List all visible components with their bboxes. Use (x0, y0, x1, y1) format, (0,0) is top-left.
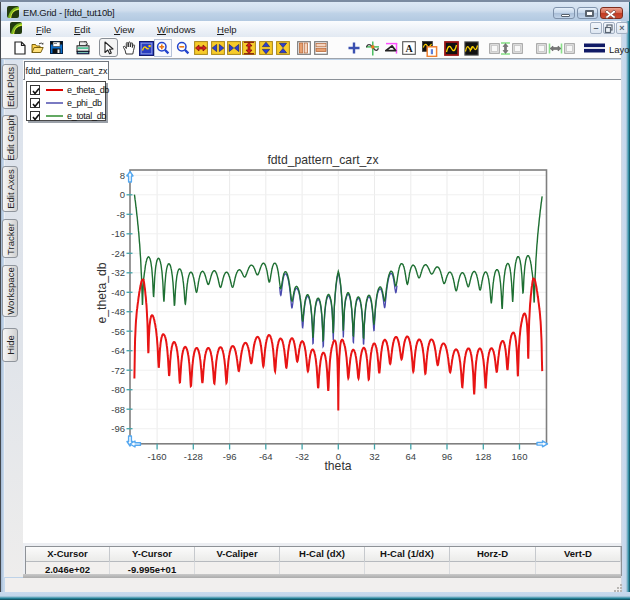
svg-text:-96: -96 (111, 423, 125, 434)
svg-text:-40: -40 (111, 287, 125, 298)
svg-text:-88: -88 (111, 404, 125, 415)
svg-text:e_theta_db: e_theta_db (95, 262, 109, 323)
svg-text:-128: -128 (184, 451, 203, 462)
svg-text:-16: -16 (111, 228, 125, 239)
svg-text:0: 0 (120, 189, 125, 200)
svg-text:theta: theta (324, 459, 351, 473)
svg-text:-8: -8 (117, 209, 125, 220)
svg-text:-24: -24 (111, 248, 125, 259)
svg-text:96: 96 (442, 451, 453, 462)
svg-text:64: 64 (406, 451, 417, 462)
svg-text:-56: -56 (111, 326, 125, 337)
svg-text:-64: -64 (259, 451, 273, 462)
svg-text:-80: -80 (111, 384, 125, 395)
svg-text:-64: -64 (111, 345, 125, 356)
svg-text:-96: -96 (223, 451, 237, 462)
svg-text:-48: -48 (111, 306, 125, 317)
svg-text:-32: -32 (111, 267, 125, 278)
svg-text:32: 32 (369, 451, 380, 462)
svg-text:-72: -72 (111, 365, 125, 376)
svg-text:128: 128 (475, 451, 491, 462)
svg-text:fdtd_pattern_cart_zx: fdtd_pattern_cart_zx (267, 153, 378, 167)
svg-text:-32: -32 (295, 451, 309, 462)
svg-text:-160: -160 (148, 451, 167, 462)
svg-text:8: 8 (120, 170, 125, 181)
svg-text:160: 160 (512, 451, 528, 462)
